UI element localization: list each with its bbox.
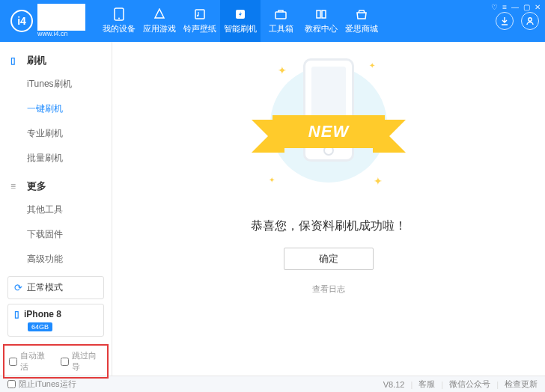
- sidebar-item-download-firmware[interactable]: 下载固件: [0, 222, 112, 247]
- toolbox-icon: [274, 7, 287, 21]
- nav-tutorial[interactable]: 教程中心: [301, 0, 341, 42]
- settings-icon[interactable]: ≡: [502, 3, 507, 11]
- storage-badge: 64GB: [28, 322, 52, 331]
- logo: i4 爱思助手 www.i4.cn: [10, 4, 85, 38]
- more-icon: ≡: [10, 181, 21, 192]
- refresh-icon: ⟳: [14, 282, 22, 293]
- svg-point-3: [197, 15, 198, 16]
- success-illustration: ✦ ✦ ✦ ✦ NEW: [246, 57, 411, 206]
- sidebar-item-oneclick-flash[interactable]: 一键刷机: [0, 97, 112, 121]
- svg-rect-2: [195, 10, 204, 19]
- window-controls: ♡ ≡ — ▢ ✕: [491, 3, 541, 11]
- book-icon: [314, 7, 328, 21]
- sidebar-item-other-tools[interactable]: 其他工具: [0, 197, 112, 222]
- checkbox-skip-guide[interactable]: 跳过向导: [61, 350, 103, 373]
- nav-shop[interactable]: 爱思商城: [341, 0, 382, 42]
- svg-point-6: [529, 18, 532, 21]
- view-log-link[interactable]: 查看日志: [312, 284, 345, 295]
- nav-flash[interactable]: 智能刷机: [220, 0, 261, 42]
- sidebar-item-itunes-flash[interactable]: iTunes刷机: [0, 72, 112, 97]
- sidebar-item-batch-flash[interactable]: 批量刷机: [0, 146, 112, 171]
- mode-label: 正常模式: [27, 281, 63, 294]
- shop-icon: [355, 7, 368, 21]
- nav-toolbox[interactable]: 工具箱: [261, 0, 301, 42]
- sidebar-group-flash: ▯ 刷机 iTunes刷机 一键刷机 专业刷机 批量刷机: [0, 49, 112, 171]
- wechat-link[interactable]: 微信公众号: [449, 379, 490, 390]
- maximize-icon[interactable]: ▢: [523, 3, 530, 11]
- ok-button[interactable]: 确定: [284, 248, 374, 270]
- phone-icon: [112, 7, 126, 21]
- top-nav: 我的设备 应用游戏 铃声壁纸 智能刷机 工具箱 教程中心 爱思商城: [99, 0, 382, 42]
- checkbox-auto-activate[interactable]: 自动激活: [9, 350, 52, 373]
- download-button[interactable]: [496, 12, 514, 30]
- sparkle-icon: ✦: [374, 175, 383, 187]
- sidebar-group-more: ≡ 更多 其他工具 下载固件 高级功能: [0, 175, 112, 272]
- music-icon: [193, 7, 207, 21]
- nav-apps[interactable]: 应用游戏: [139, 0, 180, 42]
- sidebar-title-more[interactable]: ≡ 更多: [0, 175, 112, 197]
- success-message: 恭喜您，保资料刷机成功啦！: [251, 218, 407, 234]
- device-phone-icon: ▯: [14, 309, 19, 319]
- sparkle-icon: ✦: [269, 176, 275, 184]
- app-name: 爱思助手: [37, 4, 85, 31]
- sidebar-item-advanced[interactable]: 高级功能: [0, 247, 112, 272]
- sparkle-icon: ✦: [369, 61, 375, 70]
- new-ribbon: NEW: [246, 109, 411, 154]
- flash-icon: [234, 7, 247, 21]
- sidebar: ▯ 刷机 iTunes刷机 一键刷机 专业刷机 批量刷机 ≡ 更多 其他工具 下…: [0, 42, 112, 376]
- device-box[interactable]: ▯ iPhone 8 64GB: [7, 304, 104, 337]
- checkbox-block-itunes[interactable]: 阻止iTunes运行: [7, 379, 76, 390]
- sidebar-title-flash[interactable]: ▯ 刷机: [0, 49, 112, 72]
- sidebar-item-pro-flash[interactable]: 专业刷机: [0, 121, 112, 146]
- mode-selector[interactable]: ⟳ 正常模式: [7, 276, 104, 299]
- user-button[interactable]: [521, 12, 539, 30]
- logo-icon: i4: [10, 10, 33, 32]
- nav-ringtones[interactable]: 铃声壁纸: [180, 0, 220, 42]
- support-link[interactable]: 客服: [418, 379, 435, 390]
- close-icon[interactable]: ✕: [535, 3, 541, 11]
- svg-point-1: [118, 18, 120, 19]
- minimize-icon[interactable]: —: [511, 3, 519, 11]
- nav-my-device[interactable]: 我的设备: [99, 0, 139, 42]
- svg-rect-5: [275, 12, 286, 19]
- apps-icon: [153, 7, 166, 21]
- phone-outline-icon: ▯: [10, 55, 21, 66]
- options-highlight-box: 自动激活 跳过向导: [3, 344, 109, 379]
- check-update-link[interactable]: 检查更新: [505, 379, 538, 390]
- menu-icon[interactable]: ♡: [491, 3, 498, 11]
- app-site: www.i4.cn: [37, 31, 85, 38]
- version-label: V8.12: [383, 380, 405, 389]
- header: i4 爱思助手 www.i4.cn 我的设备 应用游戏 铃声壁纸 智能刷机 工具…: [0, 0, 545, 42]
- sparkle-icon: ✦: [278, 64, 287, 76]
- device-name: iPhone 8: [24, 309, 61, 319]
- main-content: ✦ ✦ ✦ ✦ NEW 恭喜您，保资料刷机成功啦！ 确定 查看日志: [112, 42, 545, 376]
